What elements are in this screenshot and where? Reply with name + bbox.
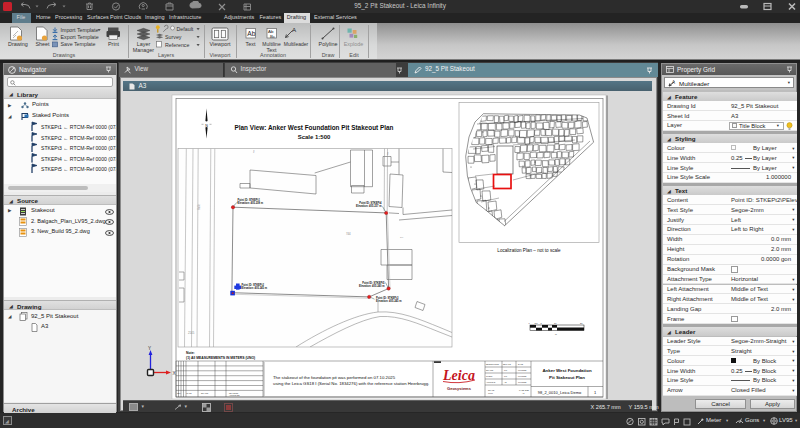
svg-text:Anker West Foundation: Anker West Foundation: [542, 368, 592, 373]
svg-text:DRAWN: DRAWN: [201, 391, 209, 393]
svg-text:Import Template: Import Template: [61, 27, 99, 33]
svg-text:Pit Stakeout Plan: Pit Stakeout Plan: [549, 375, 585, 380]
svg-text:Drawings: Drawings: [53, 52, 76, 58]
svg-text:A: A: [672, 80, 675, 85]
svg-text:The stakeout of the foundation: The stakeout of the foundation pit was p…: [273, 375, 396, 380]
svg-text:Draw: Draw: [322, 52, 335, 58]
svg-text:Leica: Leica: [442, 368, 475, 383]
svg-text:Print: Print: [108, 40, 120, 46]
svg-text:Localization Plan – not to sca: Localization Plan – not to scale: [497, 248, 561, 253]
svg-text:TW: TW: [504, 374, 507, 376]
svg-text:Y: Y: [148, 346, 151, 351]
svg-text:Multileader: Multileader: [284, 40, 309, 46]
svg-text:Save Template: Save Template: [61, 41, 96, 47]
svg-text:Halle: Halle: [197, 203, 201, 209]
svg-text:Viewport: Viewport: [210, 52, 231, 58]
svg-text:Text: Text: [246, 40, 256, 46]
svg-text:98_2_0010_Leica Demo: 98_2_0010_Leica Demo: [537, 389, 581, 394]
svg-text:STKEPt3 ← RTCM-Ref 0000 (07/10: STKEPt3 ← RTCM-Ref 0000 (07/10/: [41, 145, 116, 151]
svg-text:Scale 1:500: Scale 1:500: [297, 133, 330, 139]
svg-text:STKEPt5 ← RTCM-Ref 0000 (07/10: STKEPt5 ← RTCM-Ref 0000 (07/10/: [41, 166, 116, 172]
svg-text:Annotation: Annotation: [260, 52, 286, 58]
svg-text:PAGE SIZE: PAGE SIZE: [519, 389, 530, 391]
svg-text:X: X: [172, 371, 175, 376]
svg-text:STKEPt1 ← RTCM-Ref 0000 (07/10: STKEPt1 ← RTCM-Ref 0000 (07/10/: [41, 124, 116, 130]
svg-text:DRAWN: DRAWN: [486, 368, 494, 370]
svg-text:Note:: Note:: [186, 351, 195, 355]
svg-text:Bc: Bc: [270, 33, 276, 38]
svg-text:STKEPt2 ← RTCM-Ref 0000 (07/10: STKEPt2 ← RTCM-Ref 0000 (07/10/: [41, 135, 116, 141]
svg-text:6/10/2025: 6/10/2025: [518, 368, 526, 370]
svg-text:N: N: [205, 123, 208, 127]
svg-text:APPROVE: APPROVE: [486, 380, 496, 382]
svg-text:Reference: Reference: [165, 41, 189, 47]
svg-text:Manager: Manager: [133, 46, 154, 52]
svg-text:Layers: Layers: [158, 52, 174, 58]
svg-text:DETAILS: DETAILS: [503, 362, 511, 364]
svg-text:(1) All MEASUREMENTS IN METERS: (1) All MEASUREMENTS IN METERS (UNO): [186, 355, 255, 359]
svg-text:Elevation: 405.245 m: Elevation: 405.245 m: [376, 298, 402, 302]
svg-text:Geosystems: Geosystems: [447, 385, 472, 390]
svg-text:CHECK: CHECK: [486, 374, 493, 376]
svg-text:Explode: Explode: [344, 40, 363, 46]
svg-text:Ab: Ab: [247, 30, 255, 37]
svg-text:Viewport: Viewport: [210, 40, 231, 46]
svg-text:1:500: 1:500: [488, 392, 493, 394]
svg-text:Elevation: 405.245 m: Elevation: 405.245 m: [241, 286, 267, 290]
svg-text:14x: 14x: [400, 236, 403, 238]
svg-text:A: A: [292, 25, 297, 32]
svg-text:APPROVED: APPROVED: [229, 393, 240, 395]
svg-text:Plan View: Anker West Foundati: Plan View: Anker West Foundation Pit Sta…: [234, 124, 393, 131]
svg-text:DATE: DATE: [518, 362, 524, 364]
svg-text:Polyline: Polyline: [319, 40, 338, 46]
svg-text:7/10/2025: 7/10/2025: [518, 380, 526, 382]
svg-text:Elevation: 405.240 m: Elevation: 405.240 m: [358, 283, 384, 287]
svg-text:Elevation: 405.238 m: Elevation: 405.238 m: [237, 200, 263, 204]
svg-text:Sheet: Sheet: [36, 40, 51, 46]
svg-text:Default: Default: [177, 25, 194, 31]
svg-text:Survey: Survey: [165, 33, 182, 39]
svg-text:Edit: Edit: [349, 52, 359, 58]
svg-text:TW: TW: [504, 368, 507, 370]
svg-text:6/10/2025: 6/10/2025: [518, 374, 526, 376]
svg-text:Text: Text: [267, 46, 277, 52]
svg-text:Elevation: 405.237 m: Elevation: 405.237 m: [355, 204, 381, 208]
svg-text:2145: 2145: [188, 331, 195, 335]
svg-text:DESCRIPTION: DESCRIPTION: [486, 362, 500, 364]
svg-text:SCALE: SCALE: [488, 389, 495, 391]
svg-text:DATE: DATE: [186, 391, 192, 393]
svg-text:using the Leica GS18 I (Serial: using the Leica GS18 I (Serial No. 18342…: [273, 380, 429, 385]
svg-text:744: 744: [346, 232, 351, 236]
svg-text:A3: A3: [522, 392, 524, 394]
svg-text:STKEPt4 ← RTCM-Ref 0000 (07/10: STKEPt4 ← RTCM-Ref 0000 (07/10/: [41, 156, 116, 162]
svg-text:m: m: [555, 333, 557, 335]
svg-text:Drawing: Drawing: [8, 40, 28, 46]
svg-text:Export Template: Export Template: [61, 34, 99, 40]
